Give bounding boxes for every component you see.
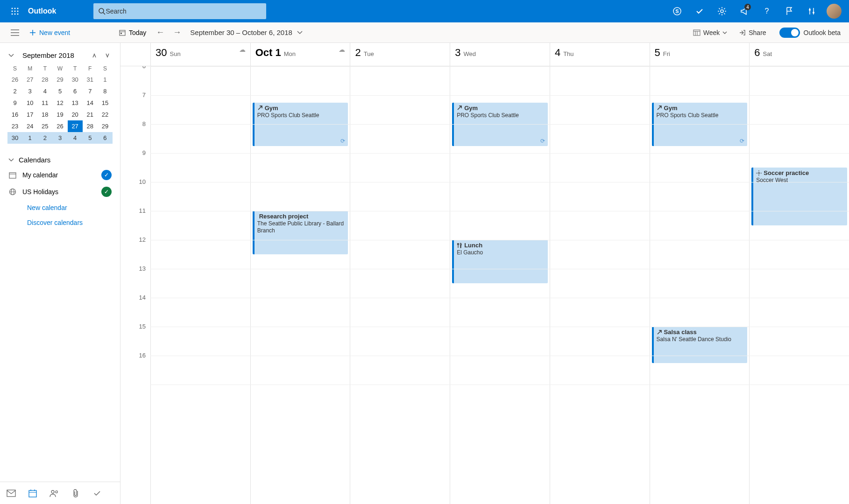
day-header[interactable]: 3Wed bbox=[450, 43, 550, 66]
chevron-down-icon[interactable] bbox=[8, 54, 14, 57]
beta-toggle-label[interactable]: Outlook beta bbox=[804, 29, 841, 36]
day-lane[interactable] bbox=[350, 66, 450, 504]
mini-cal-day[interactable]: 23 bbox=[7, 120, 22, 132]
calendar-item[interactable]: My calendar✓ bbox=[8, 167, 112, 183]
mini-cal-day[interactable]: 1 bbox=[22, 132, 37, 144]
day-lane[interactable]: GymPRO Sports Club Seattle⟳Salsa classSa… bbox=[650, 66, 750, 504]
mini-cal-day[interactable]: 12 bbox=[52, 97, 67, 109]
mini-cal-day[interactable]: 29 bbox=[52, 74, 67, 85]
mini-cal-day[interactable]: 26 bbox=[7, 74, 22, 85]
svg-point-8 bbox=[17, 14, 19, 15]
mini-cal-day[interactable]: 22 bbox=[98, 109, 113, 120]
share-button[interactable]: Share bbox=[733, 29, 771, 36]
mini-cal-day[interactable]: 27 bbox=[68, 120, 83, 132]
diagnostics-icon[interactable] bbox=[800, 0, 823, 22]
svg-point-26 bbox=[813, 12, 814, 14]
mini-cal-day[interactable]: 6 bbox=[68, 85, 83, 97]
mini-cal-day[interactable]: 5 bbox=[83, 132, 98, 144]
calendar-link[interactable]: Discover calendars bbox=[8, 215, 112, 230]
day-lane[interactable] bbox=[550, 66, 650, 504]
avatar[interactable] bbox=[827, 4, 842, 19]
calendars-section-toggle[interactable]: Calendars bbox=[8, 153, 112, 167]
mini-cal-day[interactable]: 14 bbox=[83, 97, 98, 109]
hamburger-icon[interactable] bbox=[6, 29, 24, 36]
day-header[interactable]: 5Fri bbox=[650, 43, 750, 66]
mini-cal-day[interactable]: 15 bbox=[98, 97, 113, 109]
attach-icon[interactable] bbox=[69, 489, 82, 498]
mini-cal-day[interactable]: 2 bbox=[37, 132, 52, 144]
mail-icon[interactable] bbox=[5, 490, 18, 497]
mini-cal-day[interactable]: 2 bbox=[7, 85, 22, 97]
beta-toggle[interactable] bbox=[779, 28, 800, 38]
mini-cal-day[interactable]: 13 bbox=[68, 97, 83, 109]
mini-cal-day[interactable]: 27 bbox=[22, 74, 37, 85]
search-box[interactable] bbox=[93, 3, 266, 19]
mini-cal-day[interactable]: 9 bbox=[7, 97, 22, 109]
next-month-button[interactable] bbox=[103, 53, 112, 58]
check-icon[interactable]: ✓ bbox=[101, 187, 112, 197]
day-header[interactable]: 30Sun☁ bbox=[150, 43, 250, 66]
mini-cal-day[interactable]: 31 bbox=[83, 74, 98, 85]
day-lane[interactable]: GymPRO Sports Club Seattle⟳Research proj… bbox=[250, 66, 350, 504]
mini-cal-day[interactable]: 26 bbox=[52, 120, 67, 132]
check-icon[interactable]: ✓ bbox=[101, 170, 112, 180]
mini-cal-day[interactable]: 30 bbox=[68, 74, 83, 85]
weather-icon: ☁ bbox=[339, 46, 345, 53]
mini-cal-day[interactable]: 3 bbox=[22, 85, 37, 97]
day-header[interactable]: 6Sat bbox=[749, 43, 849, 66]
calendar-event[interactable]: LunchEl Gaucho bbox=[452, 240, 548, 283]
today-button[interactable]: Today bbox=[113, 29, 152, 36]
mini-cal-day[interactable]: 18 bbox=[37, 109, 52, 120]
mini-cal-day[interactable]: 5 bbox=[52, 85, 67, 97]
day-lane[interactable]: GymPRO Sports Club Seattle⟳LunchEl Gauch… bbox=[450, 66, 550, 504]
flag-icon[interactable] bbox=[778, 0, 800, 22]
mini-cal-day[interactable]: 8 bbox=[98, 85, 113, 97]
calendar-event[interactable]: Salsa classSalsa N' Seattle Dance Studio bbox=[652, 327, 748, 363]
todo-icon[interactable] bbox=[688, 0, 711, 22]
settings-icon[interactable] bbox=[711, 0, 733, 22]
calendar-event[interactable]: Research projectThe Seattle Public Libra… bbox=[253, 211, 348, 254]
day-lane[interactable] bbox=[150, 66, 250, 504]
calendar-icon[interactable] bbox=[26, 489, 39, 497]
mini-cal-day[interactable]: 1 bbox=[98, 74, 113, 85]
day-header[interactable]: Oct 1Mon☁ bbox=[250, 43, 350, 66]
recurring-icon: ⟳ bbox=[740, 138, 744, 144]
new-event-button[interactable]: New event bbox=[24, 29, 113, 36]
mini-cal-day[interactable]: 19 bbox=[52, 109, 67, 120]
calendar-item[interactable]: US Holidays✓ bbox=[8, 183, 112, 200]
mini-cal-day[interactable]: 28 bbox=[37, 74, 52, 85]
day-header[interactable]: 2Tue bbox=[350, 43, 450, 66]
app-launcher-icon[interactable] bbox=[4, 0, 26, 22]
mini-cal-day[interactable]: 25 bbox=[37, 120, 52, 132]
mini-cal-day[interactable]: 20 bbox=[68, 109, 83, 120]
mini-cal-day[interactable]: 28 bbox=[83, 120, 98, 132]
view-picker[interactable]: Week bbox=[687, 29, 733, 36]
mini-cal-day[interactable]: 16 bbox=[7, 109, 22, 120]
skype-icon[interactable]: S bbox=[666, 0, 688, 22]
mini-cal-day[interactable]: 3 bbox=[52, 132, 67, 144]
mini-cal-day[interactable]: 10 bbox=[22, 97, 37, 109]
mini-cal-day[interactable]: 4 bbox=[37, 85, 52, 97]
megaphone-icon[interactable]: 4 bbox=[733, 0, 756, 22]
day-lane[interactable]: Soccer practiceSoccer West bbox=[749, 66, 849, 504]
search-input[interactable] bbox=[106, 7, 262, 15]
day-header[interactable]: 4Thu bbox=[550, 43, 650, 66]
date-range-picker[interactable]: September 30 – October 6, 2018 bbox=[190, 28, 302, 36]
mini-cal-day[interactable]: 21 bbox=[83, 109, 98, 120]
mini-cal-day[interactable]: 6 bbox=[98, 132, 113, 144]
calendar-link[interactable]: New calendar bbox=[8, 200, 112, 215]
mini-cal-day[interactable]: 4 bbox=[68, 132, 83, 144]
help-icon[interactable]: ? bbox=[756, 0, 778, 22]
todo-footer-icon[interactable] bbox=[91, 489, 104, 497]
mini-cal-day[interactable]: 24 bbox=[22, 120, 37, 132]
mini-cal-day[interactable]: 11 bbox=[37, 97, 52, 109]
prev-month-button[interactable] bbox=[90, 53, 99, 58]
mini-cal-day[interactable]: 17 bbox=[22, 109, 37, 120]
prev-week-button[interactable]: ← bbox=[152, 28, 169, 37]
mini-cal-day[interactable]: 30 bbox=[7, 132, 22, 144]
people-icon[interactable] bbox=[48, 489, 61, 497]
mini-cal-day[interactable]: 7 bbox=[83, 85, 98, 97]
calendar-event[interactable]: Soccer practiceSoccer West bbox=[751, 168, 847, 225]
mini-cal-day[interactable]: 29 bbox=[98, 120, 113, 132]
next-week-button[interactable]: → bbox=[169, 28, 185, 37]
